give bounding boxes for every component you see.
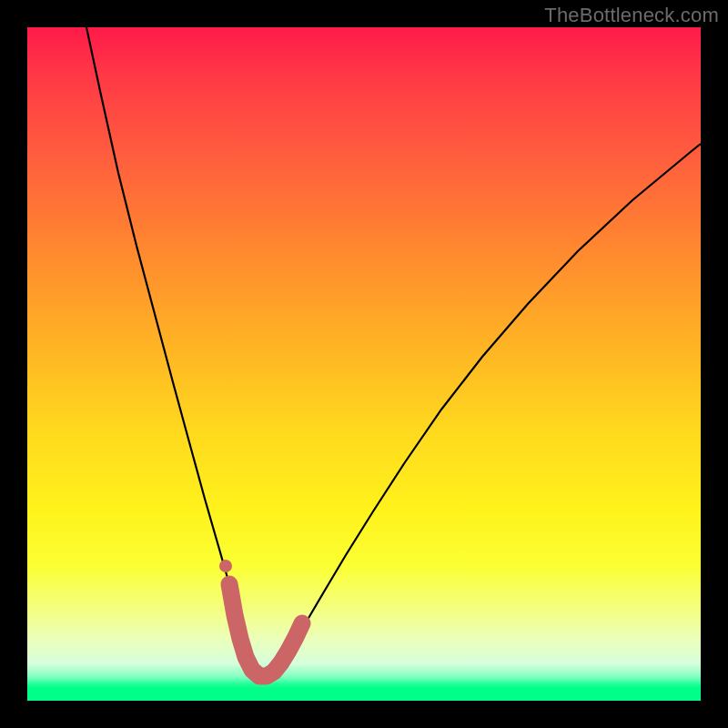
highlight-stroke [229,584,302,676]
watermark-text: TheBottleneck.com [544,4,719,27]
bottleneck-curve [86,27,701,676]
highlight-band [219,560,302,676]
chart-frame: TheBottleneck.com [0,0,728,728]
highlight-dot [219,560,232,572]
curve-layer [27,27,701,701]
plot-area [27,27,701,701]
